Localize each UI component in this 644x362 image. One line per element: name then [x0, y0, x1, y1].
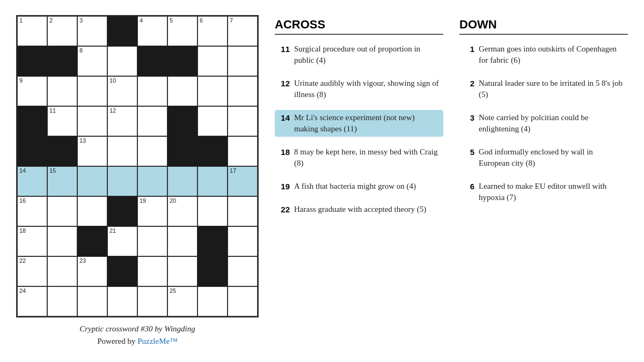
across-clue-12[interactable]: 12Urinate audibly with vigour, showing s…	[275, 76, 443, 102]
cell-number-2-0: 9	[19, 78, 23, 84]
cell-7-2[interactable]	[77, 226, 107, 256]
cell-9-1[interactable]	[47, 286, 77, 316]
cell-5-0[interactable]: 14	[17, 166, 47, 196]
cell-7-3[interactable]: 21	[107, 226, 137, 256]
cell-3-5[interactable]	[167, 106, 197, 136]
cell-6-5[interactable]: 20	[167, 196, 197, 226]
cell-9-5[interactable]: 25	[167, 286, 197, 316]
down-clue-3[interactable]: 3Note carried by polcitian could be enli…	[459, 110, 628, 137]
cell-8-6[interactable]	[197, 256, 228, 286]
cell-3-1[interactable]: 11	[47, 106, 77, 136]
cell-2-3[interactable]: 10	[107, 76, 137, 106]
cell-number-3-3: 12	[109, 108, 116, 114]
cell-6-7[interactable]	[228, 196, 258, 226]
cell-0-6[interactable]: 6	[197, 16, 228, 46]
cell-1-3[interactable]	[107, 46, 137, 76]
caption-link[interactable]: PuzzleMe™	[137, 337, 178, 345]
cell-6-6[interactable]	[197, 196, 228, 226]
cell-1-5[interactable]	[167, 46, 197, 76]
cell-3-2[interactable]	[77, 106, 107, 136]
cell-1-6[interactable]	[197, 46, 228, 76]
down-clue-6[interactable]: 6Learned to make EU editor unwell with h…	[459, 179, 628, 205]
cell-4-6[interactable]	[197, 136, 228, 166]
cell-1-1[interactable]	[47, 46, 77, 76]
clue-text: Mr Li's science experiment (not new) mak…	[294, 112, 440, 135]
cell-7-1[interactable]	[47, 226, 77, 256]
cell-2-4[interactable]	[137, 76, 167, 106]
cell-2-2[interactable]	[77, 76, 107, 106]
cell-1-0[interactable]	[17, 46, 47, 76]
caption-line2: Powered by	[97, 337, 137, 345]
cell-1-2[interactable]: 8	[77, 46, 107, 76]
cell-0-4[interactable]: 4	[137, 16, 167, 46]
down-clue-5[interactable]: 5God informally enclosed by wall in Euro…	[459, 144, 628, 171]
clue-text: Urinate audibly with vigour, showing sig…	[294, 78, 440, 100]
across-clue-14[interactable]: 14Mr Li's science experiment (not new) m…	[275, 110, 443, 137]
cell-5-7[interactable]: 17	[228, 166, 258, 196]
cell-7-6[interactable]	[197, 226, 228, 256]
cell-0-7[interactable]: 7	[228, 16, 258, 46]
cell-0-5[interactable]: 5	[167, 16, 197, 46]
cell-9-7[interactable]	[228, 286, 258, 316]
cell-7-7[interactable]	[228, 226, 258, 256]
cell-0-0[interactable]: 1	[17, 16, 47, 46]
cell-5-5[interactable]	[167, 166, 197, 196]
cell-1-4[interactable]	[137, 46, 167, 76]
cell-4-7[interactable]	[228, 136, 258, 166]
cell-6-1[interactable]	[47, 196, 77, 226]
cell-6-0[interactable]: 16	[17, 196, 47, 226]
cell-9-6[interactable]	[197, 286, 228, 316]
cell-5-1[interactable]: 15	[47, 166, 77, 196]
cell-3-0[interactable]	[17, 106, 47, 136]
cell-2-6[interactable]	[197, 76, 228, 106]
cell-6-2[interactable]	[77, 196, 107, 226]
cell-1-7[interactable]	[228, 46, 258, 76]
cell-8-0[interactable]: 22	[17, 256, 47, 286]
cell-6-4[interactable]: 19	[137, 196, 167, 226]
cell-5-2[interactable]	[77, 166, 107, 196]
cell-8-1[interactable]	[47, 256, 77, 286]
cell-7-4[interactable]	[137, 226, 167, 256]
cell-9-2[interactable]	[77, 286, 107, 316]
cell-8-7[interactable]	[228, 256, 258, 286]
across-clue-19[interactable]: 19A fish that bacteria might grow on (4)	[275, 179, 443, 194]
cell-4-3[interactable]	[107, 136, 137, 166]
cell-8-3[interactable]	[107, 256, 137, 286]
across-clue-11[interactable]: 11Surgical procedure out of proportion i…	[275, 41, 443, 68]
across-clue-22[interactable]: 22Harass graduate with accepted theory (…	[275, 202, 443, 217]
cell-3-3[interactable]: 12	[107, 106, 137, 136]
cell-4-0[interactable]	[17, 136, 47, 166]
cell-8-2[interactable]: 23	[77, 256, 107, 286]
cell-2-1[interactable]	[47, 76, 77, 106]
cell-8-4[interactable]	[137, 256, 167, 286]
cell-6-3[interactable]	[107, 196, 137, 226]
down-clue-1[interactable]: 1German goes into outskirts of Copenhage…	[459, 41, 628, 68]
cell-2-7[interactable]	[228, 76, 258, 106]
cell-0-1[interactable]: 2	[47, 16, 77, 46]
clue-text: 8 may be kept here, in messy bed with Cr…	[294, 146, 440, 169]
cell-4-5[interactable]	[167, 136, 197, 166]
across-clue-18[interactable]: 188 may be kept here, in messy bed with …	[275, 144, 443, 171]
cell-7-5[interactable]	[167, 226, 197, 256]
cell-3-6[interactable]	[197, 106, 228, 136]
cell-7-0[interactable]: 18	[17, 226, 47, 256]
cell-0-3[interactable]	[107, 16, 137, 46]
cell-5-3[interactable]	[107, 166, 137, 196]
down-clue-2[interactable]: 2Natural leader sure to be irritated in …	[459, 76, 628, 102]
cell-0-2[interactable]: 3	[77, 16, 107, 46]
cell-9-0[interactable]: 24	[17, 286, 47, 316]
clue-num: 3	[463, 112, 474, 135]
cell-8-5[interactable]	[167, 256, 197, 286]
cell-5-6[interactable]	[197, 166, 228, 196]
crossword-grid[interactable]: 1234567891011121314151716192018212223242…	[17, 16, 258, 316]
cell-3-7[interactable]	[228, 106, 258, 136]
cell-2-5[interactable]	[167, 76, 197, 106]
cell-5-4[interactable]	[137, 166, 167, 196]
cell-4-1[interactable]	[47, 136, 77, 166]
cell-3-4[interactable]	[137, 106, 167, 136]
cell-2-0[interactable]: 9	[17, 76, 47, 106]
cell-4-2[interactable]: 13	[77, 136, 107, 166]
cell-9-4[interactable]	[137, 286, 167, 316]
cell-9-3[interactable]	[107, 286, 137, 316]
cell-4-4[interactable]	[137, 136, 167, 166]
